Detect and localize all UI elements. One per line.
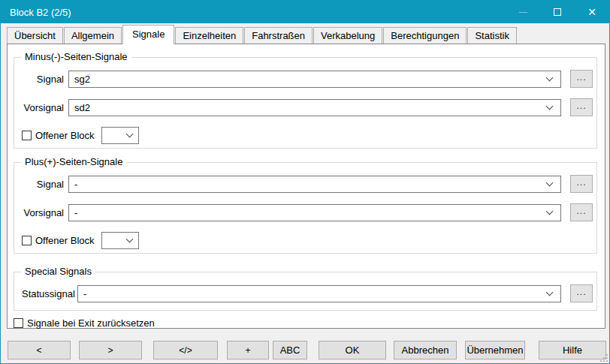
chevron-down-icon[interactable] — [546, 102, 554, 110]
statussignal-label: Statussignal — [22, 288, 73, 299]
help-button[interactable]: Hilfe — [539, 341, 606, 359]
tab-page-signale: Minus(-)-Seiten-Signale Signal sg2 ... V… — [7, 44, 605, 329]
plus-vorsignal-value: - — [74, 207, 547, 218]
statussignal-combobox[interactable]: - — [77, 285, 561, 302]
apply-button[interactable]: Übernehmen — [465, 341, 525, 359]
minus-offener-block-combobox[interactable] — [101, 127, 139, 144]
tab-allgemein[interactable]: Allgemein — [64, 27, 122, 44]
minus-vorsignal-combobox[interactable]: sd2 — [68, 99, 561, 116]
plus-signal-browse-button[interactable]: ... — [570, 175, 593, 193]
plus-offener-block-combobox[interactable] — [101, 232, 139, 249]
minus-signal-row: Signal sg2 ... — [14, 70, 596, 88]
footer-button-bar: < > </> + ABC OK Abbrechen Übernehmen Hi… — [1, 341, 606, 359]
tab-uebersicht[interactable]: Übersicht — [7, 27, 63, 44]
abc-button[interactable]: ABC — [273, 341, 307, 359]
ok-button[interactable]: OK — [319, 341, 386, 359]
plus-offener-block-row: Offener Block — [14, 232, 596, 249]
group-legend: Minus(-)-Seiten-Signale — [21, 51, 131, 62]
group-minus-seiten-signale: Minus(-)-Seiten-Signale Signal sg2 ... V… — [14, 57, 597, 149]
minus-offener-block-checkbox[interactable] — [22, 131, 32, 140]
plus-vorsignal-browse-button[interactable]: ... — [570, 203, 593, 221]
plus-vorsignal-row: Vorsignal - ... — [14, 203, 596, 221]
group-plus-seiten-signale: Plus(+)-Seiten-Signale Signal - ... Vors… — [14, 162, 597, 254]
tab-statistik[interactable]: Statistik — [467, 27, 517, 44]
nav-next-button[interactable]: > — [79, 341, 142, 359]
plus-offener-block-checkbox[interactable] — [22, 236, 32, 245]
exit-reset-checkbox[interactable] — [14, 318, 23, 328]
tab-berechtigungen[interactable]: Berechtigungen — [383, 27, 467, 44]
resize-grip[interactable] — [599, 353, 608, 362]
plus-offener-block-label: Offener Block — [35, 235, 95, 246]
cancel-button[interactable]: Abbrechen — [394, 341, 457, 359]
minus-vorsignal-browse-button[interactable]: ... — [570, 98, 593, 116]
tab-strip: Übersicht Allgemein Signale Einzelheiten… — [7, 26, 605, 44]
plus-vorsignal-label: Vorsignal — [22, 207, 64, 218]
chevron-down-icon[interactable] — [546, 288, 554, 296]
minus-vorsignal-label: Vorsignal — [22, 102, 64, 113]
add-button[interactable]: + — [227, 341, 269, 359]
window-controls: ✕ — [506, 1, 609, 23]
chevron-down-icon[interactable] — [546, 179, 554, 186]
close-button[interactable]: ✕ — [575, 1, 609, 23]
group-special-signals: Special Signals Statussignal - ... — [14, 272, 597, 311]
close-icon: ✕ — [587, 7, 596, 17]
minus-offener-block-label: Offener Block — [35, 130, 95, 141]
tab-verkabelung[interactable]: Verkabelung — [313, 27, 382, 44]
plus-signal-combobox[interactable]: - — [68, 176, 561, 193]
plus-vorsignal-combobox[interactable]: - — [68, 204, 561, 221]
tab-signale[interactable]: Signale — [122, 25, 174, 44]
plus-signal-row: Signal - ... — [14, 175, 596, 193]
maximize-icon — [554, 8, 561, 16]
chevron-down-icon[interactable] — [546, 74, 554, 81]
titlebar: Block B2 (2/5) ✕ — [1, 1, 609, 23]
minus-vorsignal-row: Vorsignal sd2 ... — [14, 98, 596, 116]
code-button[interactable]: </> — [153, 341, 218, 359]
nav-prev-button[interactable]: < — [8, 341, 71, 359]
group-legend: Special Signals — [21, 266, 95, 277]
statussignal-browse-button[interactable]: ... — [570, 284, 593, 302]
window-title: Block B2 (2/5) — [1, 7, 71, 18]
plus-signal-value: - — [74, 179, 547, 190]
tab-fahrstrassen[interactable]: Fahrstraßen — [244, 27, 313, 44]
minus-offener-block-row: Offener Block — [14, 127, 596, 144]
chevron-down-icon[interactable] — [125, 236, 133, 243]
minus-signal-browse-button[interactable]: ... — [570, 70, 593, 88]
group-legend: Plus(+)-Seiten-Signale — [21, 156, 126, 167]
plus-signal-label: Signal — [22, 179, 64, 190]
minus-vorsignal-value: sd2 — [74, 102, 547, 113]
exit-reset-label: Signale bei Exit zurücksetzen — [27, 317, 155, 329]
minus-signal-label: Signal — [22, 74, 64, 85]
minimize-icon — [519, 12, 527, 13]
exit-reset-row: Signale bei Exit zurücksetzen — [14, 317, 605, 329]
minus-signal-value: sg2 — [74, 74, 547, 85]
chevron-down-icon[interactable] — [546, 207, 554, 215]
statussignal-row: Statussignal - ... — [14, 284, 596, 302]
chevron-down-icon[interactable] — [125, 131, 133, 138]
minimize-button[interactable] — [506, 1, 540, 23]
maximize-button[interactable] — [540, 1, 575, 23]
dialog-window: Block B2 (2/5) ✕ Übersicht Allgemein Sig… — [0, 0, 610, 364]
dialog-client-area: Übersicht Allgemein Signale Einzelheiten… — [1, 23, 609, 363]
tab-einzelheiten[interactable]: Einzelheiten — [175, 27, 243, 44]
statussignal-value: - — [83, 288, 547, 299]
minus-signal-combobox[interactable]: sg2 — [68, 71, 561, 88]
